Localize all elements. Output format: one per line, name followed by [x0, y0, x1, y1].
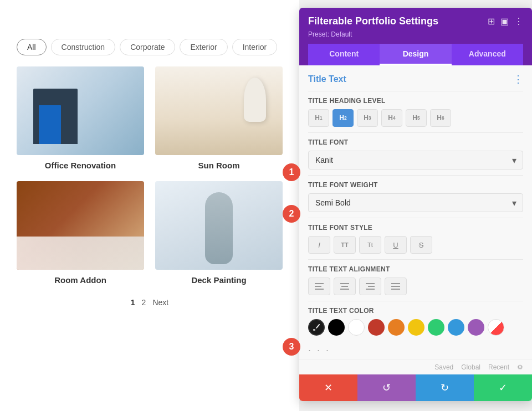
svg-rect-0 [315, 283, 324, 284]
portfolio-item-roomaddon[interactable]: Room Addon [17, 181, 144, 285]
section-title: Title Text [308, 74, 346, 84]
color-swatch-yellow[interactable] [408, 319, 424, 336]
portfolio-item-office[interactable]: Office Renovation [17, 66, 144, 170]
color-swatch-black[interactable] [328, 319, 345, 336]
heading-btn-h6[interactable]: H6 [430, 109, 451, 127]
heading-btn-h4[interactable]: H4 [381, 109, 402, 127]
heading-btn-h2[interactable]: H2 [332, 109, 354, 127]
color-swatch-orange[interactable] [388, 319, 405, 336]
align-btn-center[interactable] [334, 278, 356, 295]
color-swatch-none[interactable] [488, 319, 504, 336]
panel-tabs: Content Design Advanced [308, 44, 523, 65]
action-btn-redo[interactable]: ↻ [416, 374, 474, 401]
font-weight-select[interactable]: Semi Bold [308, 193, 523, 212]
portfolio-title-office: Office Renovation [17, 161, 144, 170]
color-swatch-red[interactable] [368, 319, 385, 336]
footer-gear-icon[interactable]: ⚙ [517, 363, 523, 371]
badge-3: 3 [283, 338, 300, 356]
portfolio-title-deckpainting: Deck Painting [155, 275, 283, 285]
filter-tab-corporate[interactable]: Corporate [120, 39, 175, 55]
panel-title: Filterable Portfolio Settings [308, 16, 438, 27]
svg-rect-1 [315, 286, 321, 287]
pagination-page1[interactable]: 1 [131, 298, 135, 307]
color-swatch-white[interactable] [348, 319, 365, 336]
svg-rect-4 [341, 286, 348, 287]
svg-rect-10 [391, 286, 400, 287]
svg-rect-3 [340, 283, 349, 284]
pagination-page2[interactable]: 2 [142, 298, 146, 307]
heading-btn-h1[interactable]: H1 [308, 109, 329, 127]
panel-preset[interactable]: Preset: Default [308, 30, 523, 38]
filter-tab-all[interactable]: All [17, 39, 47, 55]
panel-icon-layout[interactable]: ▣ [500, 16, 509, 27]
section-header: Title Text ⋮ [299, 65, 532, 91]
style-buttons: I TT Tt U S [308, 236, 523, 254]
filter-tab-interior[interactable]: Interior [232, 39, 278, 55]
color-swatch-eyedropper[interactable] [308, 319, 325, 336]
text-alignment-label: Title Text Alignment [308, 265, 523, 273]
action-btn-cancel[interactable]: ✕ [299, 374, 357, 401]
badge-1: 1 [283, 163, 300, 181]
panel-body: Title Text ⋮ Title Heading Level H1 H2 H… [299, 65, 532, 374]
portfolio-item-deckpainting[interactable]: Deck Painting [155, 181, 283, 285]
panel-scroll[interactable]: Title Text ⋮ Title Heading Level H1 H2 H… [299, 65, 532, 374]
portfolio-item-sunroom[interactable]: Sun Room [155, 66, 283, 170]
font-weight-label: Title Font Weight [308, 181, 523, 189]
align-btn-right[interactable] [359, 278, 381, 295]
svg-rect-6 [366, 283, 375, 284]
heading-level-label: Title Heading Level [308, 97, 523, 105]
portfolio-grid: Office Renovation Sun Room Room Addon De… [17, 66, 283, 285]
panel-header: Filterable Portfolio Settings ⊞ ▣ ⋮ Pres… [299, 8, 532, 65]
svg-rect-9 [391, 283, 400, 284]
font-weight-row: Title Font Weight Semi Bold [299, 176, 532, 218]
color-swatch-blue[interactable] [448, 319, 464, 336]
svg-rect-7 [368, 286, 375, 287]
svg-rect-12 [313, 329, 315, 331]
footer-global[interactable]: Global [461, 363, 480, 371]
pagination-next[interactable]: Next [152, 298, 168, 307]
portfolio-image-office [17, 66, 144, 155]
style-btn-tt[interactable]: TT [334, 236, 356, 254]
heading-buttons: H1 H2 H3 H4 H5 H6 [308, 109, 523, 127]
more-options-dots[interactable]: · · · [299, 341, 532, 359]
font-row: Title Font Kanit [299, 133, 532, 175]
filter-tab-exterior[interactable]: Exterior [180, 39, 227, 55]
section-menu-icon[interactable]: ⋮ [513, 73, 523, 85]
portfolio-title-roomaddon: Room Addon [17, 275, 144, 285]
svg-rect-2 [315, 289, 324, 290]
style-btn-tt2[interactable]: Tt [359, 236, 381, 254]
action-btn-save[interactable]: ✓ [474, 374, 532, 401]
color-swatch-green[interactable] [428, 319, 444, 336]
tab-design[interactable]: Design [380, 44, 451, 65]
svg-rect-11 [391, 289, 400, 290]
filter-tab-construction[interactable]: Construction [51, 39, 116, 55]
align-btn-justify[interactable] [385, 278, 407, 295]
tab-advanced[interactable]: Advanced [452, 44, 523, 65]
style-btn-strikethrough[interactable]: S [410, 236, 432, 254]
panel-footer-meta: Saved Global Recent ⚙ [299, 359, 532, 374]
heading-btn-h3[interactable]: H3 [357, 109, 378, 127]
heading-level-row: Title Heading Level H1 H2 H3 H4 H5 H6 [299, 91, 532, 132]
panel-icon-resize[interactable]: ⊞ [488, 16, 495, 27]
style-btn-underline[interactable]: U [385, 236, 407, 254]
panel-icon-more[interactable]: ⋮ [514, 16, 523, 27]
footer-saved[interactable]: Saved [434, 363, 453, 371]
footer-recent[interactable]: Recent [488, 363, 509, 371]
font-select[interactable]: Kanit [308, 151, 523, 169]
style-btn-italic[interactable]: I [308, 236, 330, 254]
font-weight-select-wrapper: Semi Bold [308, 193, 523, 212]
font-select-wrapper: Kanit [308, 151, 523, 169]
portfolio-area: All Construction Corporate Exterior Inte… [0, 0, 299, 411]
color-swatch-purple[interactable] [468, 319, 484, 336]
action-btn-undo[interactable]: ↺ [357, 374, 416, 401]
pagination: 1 2 Next [17, 298, 283, 307]
svg-rect-5 [340, 289, 349, 290]
align-buttons [308, 278, 523, 295]
heading-btn-h5[interactable]: H5 [406, 109, 427, 127]
text-color-row: Title Text Color [299, 301, 532, 341]
settings-panel: Filterable Portfolio Settings ⊞ ▣ ⋮ Pres… [299, 8, 532, 401]
tab-content[interactable]: Content [308, 44, 380, 65]
font-label: Title Font [308, 138, 523, 146]
text-color-label: Title Text Color [308, 307, 523, 315]
align-btn-left[interactable] [308, 278, 330, 295]
